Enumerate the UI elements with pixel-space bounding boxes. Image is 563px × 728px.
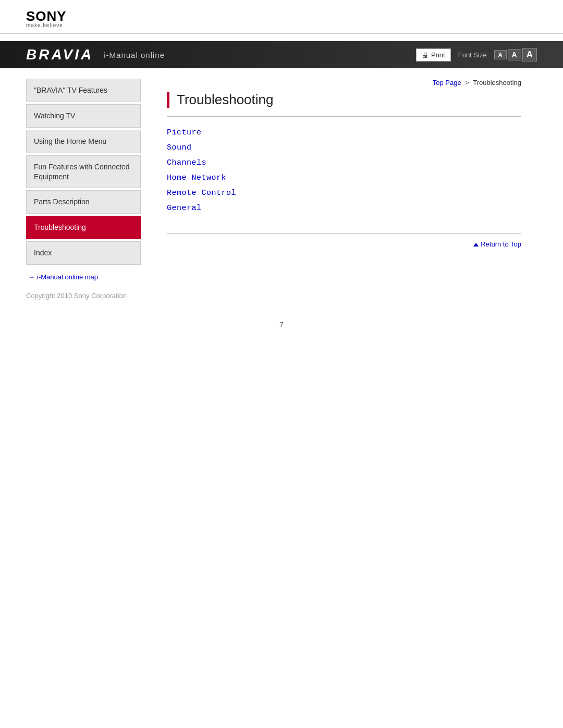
channels-link[interactable]: Channels [167,158,206,167]
imanual-label: i-Manual online [104,51,165,59]
print-label: Print [431,51,445,59]
sidebar-label-index: Index [34,249,52,257]
printer-icon: 🖨 [422,51,429,59]
title-divider [167,116,521,117]
main-layout: "BRAVIA" TV Features Watching TV Using t… [0,68,563,281]
content-area: Top Page > Troubleshooting Troubleshooti… [151,68,537,281]
sony-logo: SONY make.believe [26,9,537,28]
font-size-buttons: A A A [494,48,537,61]
breadcrumb-top-label: Top Page [433,79,461,87]
sidebar-item-watching-tv[interactable]: Watching TV [26,104,141,128]
page-number: 7 [0,310,563,339]
return-to-top-label: Return to Top [481,240,521,248]
home-network-link[interactable]: Home Network [167,174,226,182]
return-top-bar: Return to Top [167,233,521,249]
sidebar-label-troubleshooting: Troubleshooting [34,223,86,231]
picture-link[interactable]: Picture [167,128,202,137]
sidebar-label-parts: Parts Description [34,198,90,206]
links-list: Picture Sound Channels Home Network Remo… [167,127,521,213]
list-item: Home Network [167,172,521,182]
remote-control-link[interactable]: Remote Control [167,189,236,198]
sidebar-label-watching: Watching TV [34,112,75,120]
font-medium-button[interactable]: A [508,49,521,60]
return-to-top-link[interactable]: Return to Top [473,240,521,248]
breadcrumb-separator: > [465,79,469,87]
sony-brand: SONY [26,9,537,23]
breadcrumb-top-link[interactable]: Top Page [433,79,463,87]
sidebar-label-bravia: "BRAVIA" TV Features [34,86,107,94]
sidebar-item-fun-features[interactable]: Fun Features with Connected Equipment [26,155,141,189]
list-item: General [167,203,521,213]
footer: Copyright 2010 Sony Corporation [0,281,563,310]
list-item: Picture [167,127,521,137]
font-small-button[interactable]: A [494,50,507,59]
font-size-label: Font Size [458,51,487,59]
font-large-button[interactable]: A [522,48,537,61]
general-link[interactable]: General [167,204,202,213]
page-num-label: 7 [279,320,284,329]
banner-controls: 🖨 Print Font Size A A A [416,48,537,61]
sidebar-item-troubleshooting[interactable]: Troubleshooting [26,216,141,239]
sidebar: "BRAVIA" TV Features Watching TV Using t… [26,68,151,281]
sidebar-label-home-menu: Using the Home Menu [34,137,106,145]
sidebar-map-link[interactable]: →i-Manual online map [26,272,141,281]
triangle-up-icon [473,243,479,246]
sidebar-label-fun-features: Fun Features with Connected Equipment [34,163,130,181]
sony-tagline: make.believe [26,23,537,28]
breadcrumb: Top Page > Troubleshooting [167,79,521,87]
sidebar-item-parts-description[interactable]: Parts Description [26,190,141,214]
sidebar-item-index[interactable]: Index [26,241,141,265]
list-item: Sound [167,142,521,152]
sound-link[interactable]: Sound [167,143,192,152]
top-banner: BRAVIA i-Manual online 🖨 Print Font Size… [0,41,563,68]
logo-bar: SONY make.believe [0,0,563,34]
map-link-text: i-Manual online map [37,273,98,281]
imanual-map-link[interactable]: →i-Manual online map [28,273,98,281]
page-title-section: Troubleshooting [167,92,521,108]
breadcrumb-current: Troubleshooting [473,79,521,87]
page-title: Troubleshooting [177,92,521,108]
sidebar-item-bravia-tv-features[interactable]: "BRAVIA" TV Features [26,79,141,102]
bravia-logo: BRAVIA [26,46,93,63]
sidebar-item-home-menu[interactable]: Using the Home Menu [26,130,141,153]
copyright-text: Copyright 2010 Sony Corporation [26,292,127,300]
list-item: Remote Control [167,188,521,198]
arrow-right-icon: → [28,273,35,281]
print-button[interactable]: 🖨 Print [416,48,451,61]
list-item: Channels [167,157,521,167]
bravia-title-group: BRAVIA i-Manual online [26,46,165,63]
